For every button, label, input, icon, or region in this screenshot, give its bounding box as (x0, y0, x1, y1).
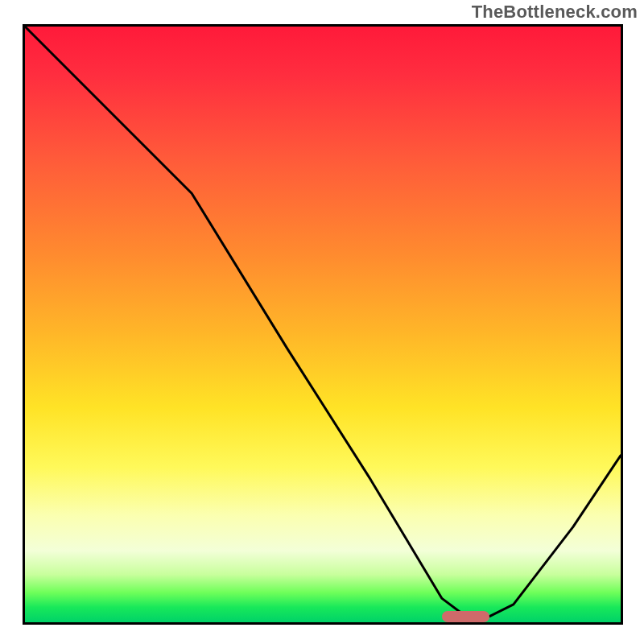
plot-area (23, 24, 623, 625)
optimum-marker (442, 611, 489, 622)
chart-canvas: TheBottleneck.com (0, 0, 644, 644)
watermark-text: TheBottleneck.com (472, 2, 638, 23)
data-curve (25, 27, 621, 622)
